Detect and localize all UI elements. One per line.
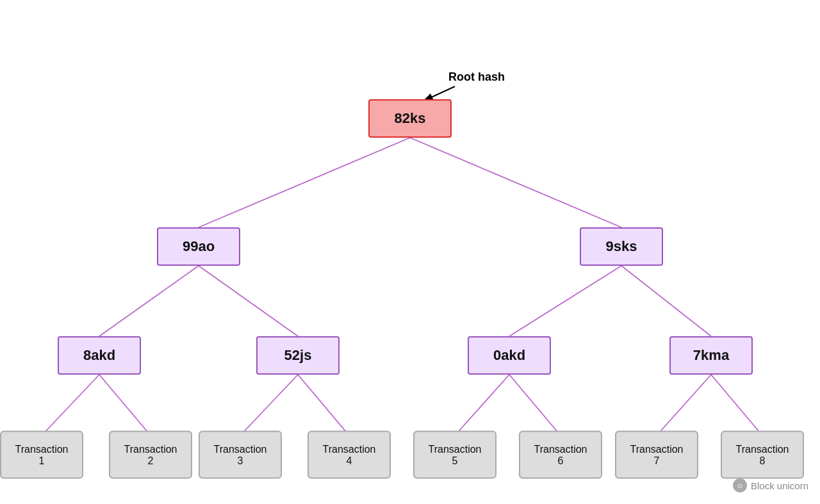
svg-line-9 — [240, 375, 298, 435]
watermark: ⊙ Block unicorn — [733, 478, 808, 492]
node-8akd: 8akd — [58, 336, 141, 375]
watermark-text: Block unicorn — [751, 480, 808, 491]
tree-lines — [0, 0, 820, 504]
leaf-node-4: Transaction4 — [308, 431, 391, 479]
leaf-node-6: Transaction6 — [519, 431, 602, 479]
leaf-node-5: Transaction5 — [413, 431, 496, 479]
svg-line-10 — [298, 375, 349, 435]
watermark-icon: ⊙ — [733, 478, 747, 492]
leaf-node-8: Transaction8 — [721, 431, 804, 479]
svg-line-13 — [657, 375, 711, 435]
svg-line-6 — [621, 266, 711, 336]
svg-line-4 — [199, 266, 298, 336]
node-82ks: 82ks — [368, 99, 452, 138]
svg-line-12 — [509, 375, 561, 435]
svg-line-3 — [99, 266, 199, 336]
root-hash-label: Root hash — [448, 70, 505, 84]
svg-line-1 — [199, 138, 410, 227]
node-0akd: 0akd — [468, 336, 551, 375]
svg-line-11 — [455, 375, 509, 435]
node-9sks: 9sks — [580, 227, 663, 266]
tree-diagram: Root hash82ks99ao9sks8akd52js0akd7kmaTra… — [0, 0, 820, 504]
leaf-node-7: Transaction7 — [615, 431, 698, 479]
node-52js: 52js — [256, 336, 340, 375]
svg-line-2 — [410, 138, 621, 227]
leaf-node-3: Transaction3 — [199, 431, 282, 479]
leaf-node-1: Transaction1 — [0, 431, 83, 479]
svg-line-7 — [42, 375, 99, 435]
node-7kma: 7kma — [669, 336, 753, 375]
svg-line-8 — [99, 375, 151, 435]
node-99ao: 99ao — [157, 227, 240, 266]
leaf-node-2: Transaction2 — [109, 431, 192, 479]
svg-line-5 — [509, 266, 621, 336]
svg-line-14 — [711, 375, 762, 435]
